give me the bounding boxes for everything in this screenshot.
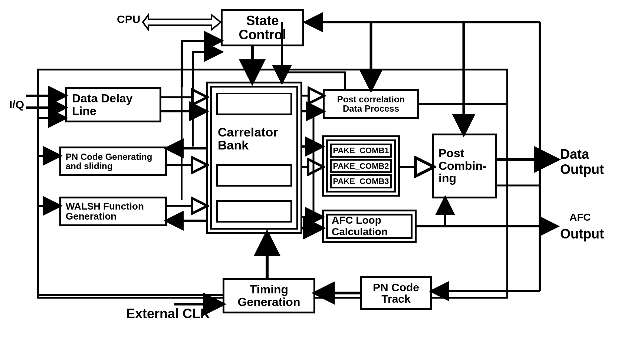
block-afc-loop: AFC Loop Calculation	[322, 210, 417, 243]
arrow-cpu-state	[143, 15, 221, 30]
diagram-stage: State Control CPU I/Q Data Delay Line PN…	[0, 0, 644, 352]
block-pake-group: PAKE_COMB1 PAKE_COMB2 PAKE_COMB3	[322, 135, 400, 197]
block-data-delay-line: Data Delay Line	[65, 87, 161, 122]
correlator-bank-title: Carrelator Bank	[218, 126, 278, 152]
block-correlator-bank: Carrelator Bank	[206, 82, 302, 234]
afc-output-label: Output	[560, 226, 604, 242]
pn-code-gen-text: PN Code Generating and sliding	[66, 152, 152, 171]
correlator-slot-1	[216, 93, 292, 115]
slot-pake3: PAKE_COMB3	[330, 174, 392, 188]
iq-label: I/Q	[9, 98, 24, 111]
afc-loop-text: AFC Loop Calculation	[332, 215, 388, 238]
block-state-control: State Control	[221, 9, 304, 46]
correlator-slot-3	[216, 200, 292, 223]
block-pn-code-track: PN Code Track	[360, 276, 432, 310]
post-corr-text: Post correlation Data Process	[337, 95, 405, 113]
slot-pake2: PAKE_COMB2	[330, 159, 392, 173]
pn-track-text: PN Code Track	[373, 282, 419, 305]
timing-gen-text: Timing Generation	[238, 283, 300, 308]
correlator-slot-2	[216, 164, 292, 187]
external-clk-label: External CLK	[126, 306, 210, 322]
post-combining-text: Post Combin- ing	[438, 147, 487, 185]
data-delay-text: Data Delay Line	[72, 92, 133, 117]
walsh-text: WALSH Function Generation	[66, 201, 144, 222]
state-control-text: State Control	[239, 14, 286, 42]
block-timing-generation: Timing Generation	[223, 278, 315, 313]
slot-pake1: PAKE_COMB1	[330, 144, 392, 158]
block-walsh: WALSH Function Generation	[59, 197, 167, 226]
block-post-combining: Post Combin- ing	[432, 134, 497, 198]
block-post-correlation: Post correlation Data Process	[323, 89, 419, 119]
cpu-label: CPU	[117, 13, 140, 26]
data-output-label: Data Output	[560, 147, 604, 177]
afc-output-tag: AFC	[569, 211, 591, 223]
block-pn-code-gen: PN Code Generating and sliding	[59, 147, 167, 176]
